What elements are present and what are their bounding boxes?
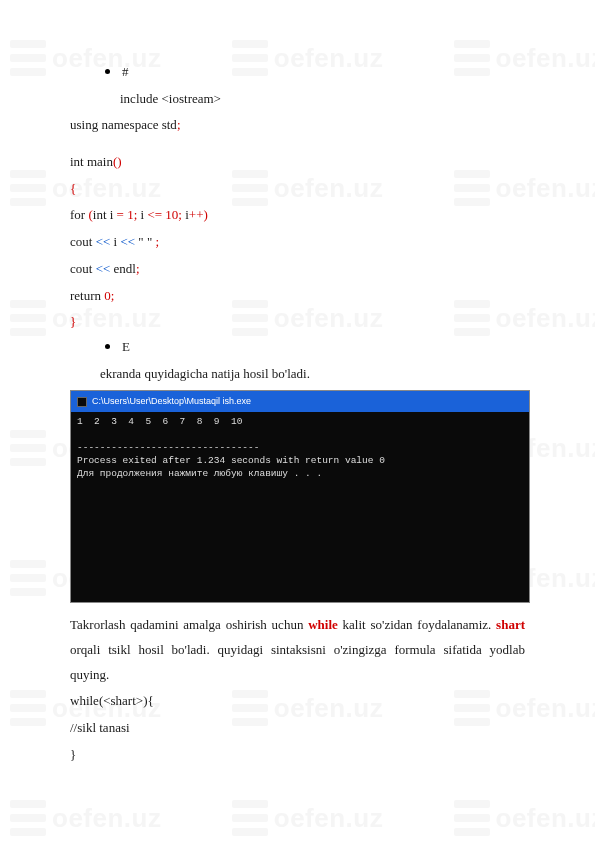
code-line: cout << endl; [70, 257, 525, 282]
code-line: cout << i << " " ; [70, 230, 525, 255]
code-text: # [122, 60, 129, 85]
terminal-title-text: C:\Users\User\Desktop\Mustaqil ish.exe [92, 393, 251, 410]
bullet-icon [105, 69, 110, 74]
keyword-shart: shart [496, 617, 525, 632]
document-content: # include <iostream> using namespace std… [0, 0, 595, 807]
terminal-window: C:\Users\User\Desktop\Mustaqil ish.exe 1… [70, 390, 530, 603]
code-line: { [70, 177, 525, 202]
code-line: for (int i = 1; i <= 10; i++) [70, 203, 525, 228]
body-text: ekranda quyidagicha natija hosil bo'ladi… [100, 362, 525, 387]
bullet-item: E [105, 335, 525, 360]
body-paragraph: Takrorlash qadamini amalga oshirish uchu… [70, 613, 525, 687]
code-line: include <iostream> [120, 87, 525, 112]
code-text: E [122, 335, 130, 360]
bullet-item: # [105, 60, 525, 85]
bullet-icon [105, 344, 110, 349]
code-line: //sikl tanasi [70, 716, 525, 741]
code-line: } [70, 310, 525, 335]
code-line: using namespace std; [70, 113, 525, 138]
terminal-titlebar: C:\Users\User\Desktop\Mustaqil ish.exe [71, 391, 529, 412]
code-line: while(<shart>){ [70, 689, 525, 714]
code-line: int main() [70, 150, 525, 175]
code-line: } [70, 743, 525, 768]
terminal-icon [77, 397, 87, 407]
terminal-output: 1 2 3 4 5 6 7 8 9 10 -------------------… [71, 412, 529, 602]
keyword-while: while [308, 617, 338, 632]
code-line: return 0; [70, 284, 525, 309]
